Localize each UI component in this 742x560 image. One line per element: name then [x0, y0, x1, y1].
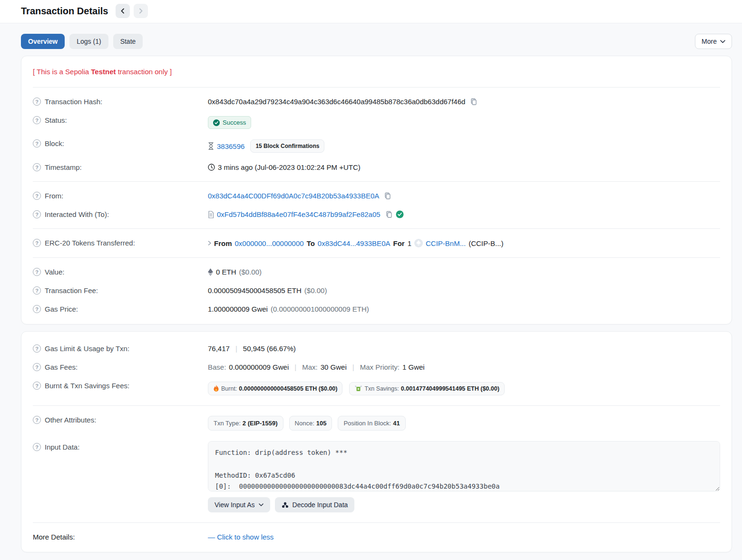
tab-overview[interactable]: Overview: [21, 34, 65, 49]
more-details-label: More Details:: [33, 533, 75, 541]
help-icon[interactable]: ?: [33, 382, 41, 390]
other-attributes-label: Other Attributes:: [45, 416, 96, 424]
txn-savings-badge: Txn Savings: 0.001477404999541495 ETH ($…: [349, 382, 504, 395]
divider: [33, 181, 720, 182]
burnt-fee-value: 0.000000000000458505 ETH ($0.00): [239, 385, 337, 392]
details-card: ? Gas Limit & Usage by Txn: 76,417 | 50,…: [21, 331, 732, 552]
help-icon[interactable]: ?: [33, 305, 41, 313]
tab-bar: Overview Logs (1) State More: [0, 23, 742, 49]
transaction-hash-value: 0x843dc70a4a29d79234c49a904c363d6c46640a…: [208, 98, 465, 106]
tab-logs[interactable]: Logs (1): [69, 34, 108, 49]
caret-right-icon: [208, 241, 211, 246]
pipe-separator: |: [292, 363, 299, 371]
divider: [33, 257, 720, 258]
transfer-to-address-link[interactable]: 0x83dC44...4933BE0A: [318, 239, 391, 247]
max-priority-fee-label: Max Priority:: [360, 363, 400, 371]
from-label: From:: [45, 192, 63, 200]
help-icon[interactable]: ?: [33, 344, 41, 353]
help-icon[interactable]: ?: [33, 163, 41, 171]
gas-used-value: 50,945 (66.67%): [243, 344, 296, 353]
copy-to-address-button[interactable]: [383, 211, 393, 218]
copy-hash-button[interactable]: [468, 98, 478, 106]
chevron-down-icon: [720, 40, 725, 43]
check-circle-icon: [213, 119, 220, 126]
max-priority-fee-value: 1 Gwei: [402, 363, 425, 371]
from-address-link[interactable]: 0x83dC44a4C00DFf69d0A0c7c94B20b53a4933BE…: [208, 192, 379, 200]
eth-diamond-icon: [208, 268, 213, 276]
pipe-separator: |: [350, 363, 357, 371]
overview-card: [ This is a Sepolia Testnet transaction …: [21, 56, 732, 324]
input-data-textarea[interactable]: Function: drip(address token) *** Method…: [208, 441, 720, 491]
from-row: ? From: 0x83dC44a4C00DFf69d0A0c7c94B20b5…: [33, 187, 720, 205]
token-symbol: (CCIP-B...): [469, 239, 503, 247]
status-badge-text: Success: [223, 119, 246, 126]
pipe-separator: |: [233, 344, 240, 353]
transfer-for-label: For: [393, 239, 404, 247]
show-less-link-text: Click to show less: [217, 533, 273, 541]
help-icon[interactable]: ?: [33, 192, 41, 200]
max-fee-value: 30 Gwei: [321, 363, 347, 371]
burnt-savings-label: Burnt & Txn Savings Fees:: [45, 382, 129, 390]
transaction-hash-label: Transaction Hash:: [45, 98, 102, 106]
testnet-notice-network: Testnet: [91, 68, 116, 76]
gas-price-amount: 1.000000009 Gwei: [208, 305, 268, 313]
help-icon[interactable]: ?: [33, 363, 41, 371]
more-dropdown-label: More: [702, 38, 717, 45]
help-icon[interactable]: ?: [33, 268, 41, 276]
chevron-left-icon: [120, 8, 126, 14]
more-details-row: More Details: — Click to show less: [33, 528, 720, 546]
gas-limit-value: 76,417: [208, 344, 230, 353]
value-row: ? Value: 0 ETH ($0.00): [33, 263, 720, 281]
bottom-spacer: [0, 552, 742, 559]
page-header: Transaction Details: [0, 0, 742, 23]
show-less-link[interactable]: — Click to show less: [208, 533, 273, 541]
contract-document-icon: [208, 211, 214, 218]
help-icon[interactable]: ?: [33, 210, 41, 218]
txn-type-value: 2 (EIP-1559): [243, 420, 278, 427]
transaction-fee-label: Transaction Fee:: [45, 286, 98, 295]
timestamp-value: 3 mins ago (Jul-06-2023 01:02:24 PM +UTC…: [218, 163, 361, 171]
nonce-value: 105: [316, 420, 327, 427]
transaction-fee-row: ? Transaction Fee: 0.000050945000458505 …: [33, 281, 720, 300]
gas-price-row: ? Gas Price: 1.000000009 Gwei (0.0000000…: [33, 300, 720, 318]
help-icon[interactable]: ?: [33, 443, 41, 451]
gas-price-label: Gas Price:: [45, 305, 78, 313]
page-title: Transaction Details: [21, 6, 108, 17]
status-badge: Success: [208, 116, 251, 129]
divider: [33, 405, 720, 406]
prev-transaction-button[interactable]: [116, 4, 130, 18]
erc20-transfers-row: ? ERC-20 Tokens Transferred: From 0x0000…: [33, 234, 720, 253]
chevron-right-icon: [138, 8, 144, 14]
interacted-with-row: ? Interacted With (To): 0xFd57b4ddBf88a4…: [33, 205, 720, 224]
help-icon[interactable]: ?: [33, 116, 41, 124]
transaction-hash-row: ? Transaction Hash: 0x843dc70a4a29d79234…: [33, 92, 720, 111]
value-label: Value:: [45, 268, 64, 276]
to-address-link[interactable]: 0xFd57b4ddBf88a4e07fF4e34C487b99af2Fe82a…: [217, 210, 381, 218]
block-number-link[interactable]: 3836596: [217, 142, 244, 150]
verified-check-icon: [396, 210, 404, 218]
token-name-link[interactable]: CCIP-BnM...: [426, 239, 466, 247]
next-transaction-button[interactable]: [134, 4, 148, 18]
txn-type-badge: Txn Type: 2 (EIP-1559): [208, 416, 283, 431]
block-confirmations-badge: 15 Block Confirmations: [250, 139, 324, 153]
timestamp-label: Timestamp:: [45, 163, 82, 171]
position-in-block-value: 41: [393, 420, 400, 427]
more-dropdown-button[interactable]: More: [695, 34, 732, 49]
copy-from-address-button[interactable]: [382, 192, 391, 200]
decode-input-data-button[interactable]: Decode Input Data: [275, 497, 355, 512]
help-icon[interactable]: ?: [33, 286, 41, 295]
token-logo-icon: [414, 239, 423, 247]
help-icon[interactable]: ?: [33, 239, 41, 247]
testnet-notice: [ This is a Sepolia Testnet transaction …: [33, 60, 720, 84]
transfer-to-label: To: [307, 239, 315, 247]
position-in-block-badge: Position In Block: 41: [338, 416, 405, 431]
transfer-from-address-link[interactable]: 0x000000...00000000: [235, 239, 304, 247]
help-icon[interactable]: ?: [33, 416, 41, 424]
help-icon[interactable]: ?: [33, 98, 41, 106]
copy-icon: [385, 211, 393, 218]
help-icon[interactable]: ?: [33, 139, 41, 147]
view-input-as-button[interactable]: View Input As: [208, 497, 270, 512]
gas-limit-label: Gas Limit & Usage by Txn:: [45, 344, 129, 353]
nonce-badge: Nonce: 105: [289, 416, 332, 431]
tab-state[interactable]: State: [113, 34, 143, 49]
